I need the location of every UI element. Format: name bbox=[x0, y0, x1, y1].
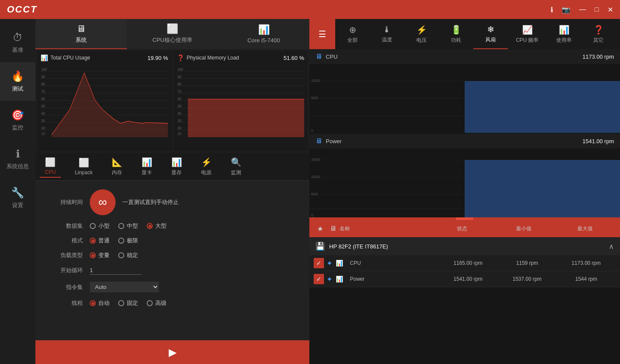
svg-text:1000: 1000 bbox=[311, 78, 320, 83]
dataset-options: 小型 中型 大型 bbox=[90, 222, 167, 230]
screenshot-button[interactable]: 📷 bbox=[562, 6, 570, 14]
mode-row: 模式 普通 极限 bbox=[48, 237, 296, 245]
cpu-usage-chart: 📊 Total CPU Usage 19.90 % bbox=[37, 51, 172, 151]
sidebar-item-sysinfo[interactable]: ℹ 系统信息 bbox=[0, 140, 35, 179]
thread-advanced-label: 高级 bbox=[155, 299, 167, 307]
svg-text:0: 0 bbox=[311, 129, 313, 133]
power-fan-body: 1500 1000 500 0 bbox=[309, 148, 620, 217]
test-icon-vram[interactable]: 📊 显存 bbox=[166, 155, 187, 178]
sensor-row-1-checkbox[interactable]: ✓ bbox=[314, 274, 324, 284]
test-icon-power[interactable]: ⚡ 电源 bbox=[196, 155, 217, 178]
cpu-chart-grid: 100 90 80 70 60 50 40 30 20 10 bbox=[41, 64, 168, 137]
test-icon-linpack[interactable]: ⬜ Linpack bbox=[69, 156, 98, 177]
sensor-row-0-checkbox[interactable]: ✓ bbox=[314, 258, 324, 268]
duration-value: 一直测试直到手动停止 bbox=[123, 198, 179, 206]
cpu-chart-header: 📊 Total CPU Usage 19.90 % bbox=[41, 54, 168, 61]
infinity-button[interactable]: ∞ bbox=[90, 189, 116, 215]
sidebar-item-monitor[interactable]: 🎯 监控 bbox=[0, 101, 35, 140]
right-tab-voltage[interactable]: ⚡ 电压 bbox=[404, 19, 439, 49]
start-loop-input[interactable] bbox=[90, 266, 142, 275]
sidebar-label-benchmark: 基准 bbox=[12, 46, 23, 54]
cpu-chart-title-group: 📊 Total CPU Usage bbox=[41, 54, 90, 61]
other-tab-icon: ❓ bbox=[593, 25, 604, 35]
dataset-large[interactable]: 大型 bbox=[147, 222, 167, 230]
sensor-row-0-graph-icon: 📊 bbox=[336, 260, 343, 267]
info-button[interactable]: ℹ bbox=[551, 6, 553, 14]
sidebar-item-settings[interactable]: 🔧 设置 bbox=[0, 179, 35, 217]
scroll-thumb[interactable] bbox=[456, 217, 473, 220]
sensor-table-header: ★ 🖥 名称 状态 最小值 最大值 bbox=[309, 220, 620, 237]
sensor-row-0-min: 1159 rpm bbox=[497, 260, 557, 266]
cpu-fan-value: 1173.00 rpm bbox=[582, 53, 614, 60]
power-fan-value: 1541.00 rpm bbox=[582, 138, 614, 144]
right-charts-area: 🖥 CPU 1173.00 rpm 1000 500 0 bbox=[309, 49, 620, 364]
minimize-button[interactable]: — bbox=[579, 6, 586, 13]
svg-text:1500: 1500 bbox=[311, 157, 320, 162]
load-type-row: 负载类型 变量 稳定 bbox=[48, 251, 296, 259]
right-tab-cpu-freq[interactable]: 📈 CPU 频率 bbox=[508, 19, 547, 49]
tab-cpu-core[interactable]: ⬜ CPU核心使用率 bbox=[127, 19, 218, 49]
monitor2-test-label: 监测 bbox=[231, 169, 241, 176]
cpu-freq-tab-label: CPU 频率 bbox=[516, 37, 539, 44]
right-tab-menu[interactable]: ☰ bbox=[309, 19, 335, 49]
sensor-row-1-graph-icon: 📊 bbox=[336, 276, 343, 282]
svg-text:30: 30 bbox=[41, 118, 45, 123]
thread-auto[interactable]: 自动 bbox=[90, 299, 110, 307]
tab-system[interactable]: 🖥 系统 bbox=[35, 19, 127, 49]
svg-rect-55 bbox=[465, 160, 620, 217]
power-fan-header: 🖥 Power 1541.00 rpm bbox=[309, 134, 620, 148]
sensor-star-col: ★ bbox=[314, 225, 327, 233]
svg-text:80: 80 bbox=[41, 82, 45, 86]
load-stable-radio bbox=[118, 252, 124, 258]
device-collapse-icon[interactable]: ∧ bbox=[609, 242, 614, 251]
start-loop-label: 开始循环 bbox=[48, 267, 83, 274]
test-icon-monitor2[interactable]: 🔍 监测 bbox=[226, 155, 247, 178]
settings-icon: 🔧 bbox=[11, 187, 24, 199]
scroll-divider bbox=[309, 217, 620, 220]
dataset-medium-radio bbox=[118, 223, 124, 229]
right-tab-usage[interactable]: 📊 使用率 bbox=[547, 19, 581, 49]
svg-text:60: 60 bbox=[41, 96, 45, 101]
svg-rect-46 bbox=[465, 81, 620, 133]
dataset-small[interactable]: 小型 bbox=[90, 222, 110, 230]
thread-fixed[interactable]: 固定 bbox=[118, 299, 138, 307]
right-tab-all[interactable]: ⊕ 全部 bbox=[335, 19, 370, 49]
start-button[interactable]: ▶ bbox=[35, 340, 309, 364]
mode-extreme[interactable]: 极限 bbox=[118, 237, 138, 245]
svg-text:50: 50 bbox=[41, 104, 45, 108]
vram-test-label: 显存 bbox=[171, 169, 182, 176]
power-tab-icon: 🔋 bbox=[451, 25, 462, 35]
thread-advanced[interactable]: 高级 bbox=[147, 299, 167, 307]
sidebar-item-test[interactable]: 🔥 测试 bbox=[0, 62, 35, 101]
voltage-tab-label: 电压 bbox=[416, 37, 427, 44]
load-stable[interactable]: 稳定 bbox=[118, 251, 138, 259]
temp-tab-icon: 🌡 bbox=[383, 25, 391, 35]
instruction-set-select[interactable]: Auto bbox=[90, 282, 159, 292]
mode-normal[interactable]: 普通 bbox=[90, 237, 110, 245]
power-fan-chart: 🖥 Power 1541.00 rpm 1500 1000 500 0 bbox=[309, 134, 620, 217]
svg-text:100: 100 bbox=[177, 67, 183, 72]
titlebar: OCCT ℹ 📷 — □ ✕ bbox=[0, 0, 620, 19]
sidebar-item-benchmark[interactable]: ⏱ 基准 bbox=[0, 23, 35, 62]
tab-core-i5[interactable]: 📊 Core i5-7400 bbox=[218, 19, 309, 49]
dataset-medium[interactable]: 中型 bbox=[118, 222, 138, 230]
right-tab-power[interactable]: 🔋 功耗 bbox=[439, 19, 473, 49]
restore-button[interactable]: □ bbox=[595, 6, 599, 13]
right-tab-fan[interactable]: ❄ 风扇 bbox=[473, 19, 508, 49]
thread-auto-radio bbox=[90, 300, 96, 306]
sensor-name-header: 名称 bbox=[340, 225, 431, 232]
close-button[interactable]: ✕ bbox=[607, 6, 613, 14]
svg-text:20: 20 bbox=[177, 126, 181, 130]
test-icon-gpu[interactable]: 📊 显卡 bbox=[136, 155, 157, 178]
svg-rect-38 bbox=[188, 99, 304, 137]
test-icon-memory[interactable]: 📐 内存 bbox=[107, 155, 128, 178]
load-variable[interactable]: 变量 bbox=[90, 251, 110, 259]
right-tab-temp[interactable]: 🌡 温度 bbox=[370, 19, 404, 49]
sensor-row-0: ✓ ✦ 📊 CPU 1165.00 rpm 1159 rpm 1173.00 r… bbox=[309, 255, 620, 271]
right-tab-other[interactable]: ❓ 其它 bbox=[581, 19, 616, 49]
menu-tab-icon: ☰ bbox=[318, 29, 326, 39]
sensor-row-1-name: Power bbox=[350, 276, 438, 282]
test-icon-cpu[interactable]: ⬜ CPU bbox=[40, 155, 61, 178]
svg-text:500: 500 bbox=[311, 192, 318, 196]
svg-text:1000: 1000 bbox=[311, 175, 320, 179]
